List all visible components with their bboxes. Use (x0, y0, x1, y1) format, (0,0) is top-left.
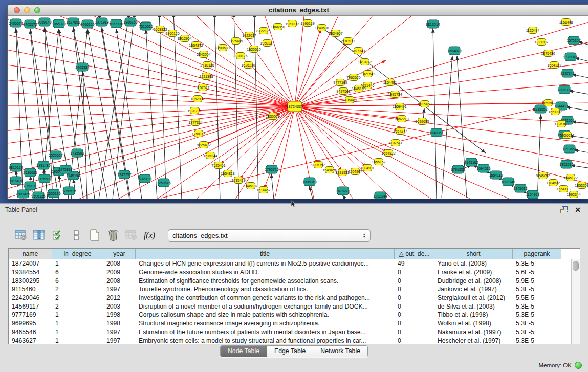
table-cell[interactable]: 0 (395, 336, 434, 344)
table-cell[interactable]: 2003 (103, 302, 136, 311)
graph-node[interactable]: 2069140 (37, 18, 51, 26)
graph-node[interactable]: 1514457 (256, 187, 270, 193)
table-cell[interactable]: 18300295 (9, 276, 52, 285)
graph-node[interactable]: 1095810 (302, 178, 316, 186)
graph-node[interactable]: 1958327 (260, 40, 274, 47)
window-titlebar[interactable]: citations_edges.txt (8, 5, 588, 16)
graph-node[interactable]: 2718126 (200, 62, 214, 69)
graph-node[interactable]: 1654872 (189, 42, 203, 49)
table-cell[interactable]: 9115460 (9, 285, 52, 294)
tab-network-table[interactable]: Network Table (313, 346, 367, 357)
graph-node[interactable]: 1235419 (231, 177, 245, 184)
table-cell[interactable]: 0 (395, 276, 434, 285)
graph-node[interactable]: 1094516 (476, 164, 490, 172)
table-cell[interactable]: Tibbo et al. (1998) (434, 311, 513, 319)
select-column-icon[interactable] (32, 228, 47, 243)
graph-node[interactable]: 1748508 (315, 25, 329, 31)
graph-node[interactable]: 1104522 (547, 180, 560, 186)
table-cell[interactable]: 6 (52, 276, 103, 285)
table-row[interactable]: 969969511998Structural magnetic resonanc… (9, 319, 580, 328)
graph-node[interactable]: 9505135 (31, 192, 45, 199)
column-header-pagerank[interactable]: pagerank (513, 249, 561, 259)
table-cell[interactable]: 1997 (103, 328, 136, 337)
graph-node[interactable]: 2516065 (23, 168, 37, 177)
table-cell[interactable]: 5.9E-5 (513, 276, 561, 285)
table-cell[interactable]: Yano et al. (2008) (434, 259, 513, 268)
graph-node[interactable]: 9725402 (197, 142, 210, 148)
graph-node[interactable]: 1104953 (526, 190, 540, 199)
table-row[interactable]: 1938455462009Genome-wide association stu… (9, 268, 580, 277)
graph-node[interactable]: 3915401 (9, 177, 23, 185)
graph-node[interactable]: 1853208 (575, 182, 588, 189)
graph-node[interactable]: 1804991 (360, 165, 374, 171)
graph-node[interactable]: 9145162 (464, 158, 478, 166)
network-graph[interactable]: 2405574940557220691401065328152760294661… (8, 16, 588, 199)
graph-node[interactable]: 9466160 (80, 20, 94, 28)
graph-node[interactable]: 1527602 (66, 18, 80, 26)
table-cell[interactable]: 9777169 (9, 311, 52, 319)
table-chooser-select[interactable]: citations_edges.txt ▲▼ (168, 229, 371, 242)
graph-node[interactable]: 8912954 (178, 35, 191, 42)
unselect-icon[interactable] (69, 228, 84, 243)
graph-node[interactable]: 9405572 (23, 20, 37, 28)
graph-node[interactable]: 1322017 (242, 32, 256, 39)
table-scrollbar[interactable] (571, 259, 580, 344)
new-table-icon[interactable] (87, 228, 102, 243)
table-cell[interactable]: 2 (52, 302, 103, 311)
graph-node[interactable]: 1125484 (526, 27, 540, 34)
graph-node[interactable]: 1654822 (381, 150, 395, 157)
graph-node[interactable]: 1852902 (190, 96, 204, 102)
table-cell[interactable]: 1997 (103, 285, 136, 294)
graph-node[interactable]: 1775419 (229, 38, 243, 45)
graph-node[interactable]: 9777169 (333, 79, 347, 86)
table-row[interactable]: 946362711997Embryonic stem cells: a mode… (9, 336, 580, 344)
graph-node[interactable]: 1652210 (395, 116, 408, 122)
graph-node[interactable]: 9245012 (513, 184, 527, 192)
graph-node[interactable]: 1654321 (547, 62, 561, 69)
table-cell[interactable]: Embryonic stem cells: a model to study s… (136, 336, 395, 344)
graph-node[interactable]: 1107547 (196, 84, 210, 91)
graph-node[interactable]: 1065328 (52, 19, 66, 28)
graph-node[interactable]: 1250516 (157, 179, 170, 187)
table-cell[interactable]: 9699695 (9, 319, 52, 328)
table-cell[interactable]: Franke et al. (2009) (434, 268, 513, 277)
graph-node[interactable]: 1657277 (393, 128, 407, 135)
graph-node[interactable]: 1645122 (563, 174, 577, 181)
graph-node[interactable]: 2905334 (75, 63, 89, 71)
column-header-year[interactable]: year (103, 249, 136, 259)
graph-node[interactable]: 1659491 (393, 103, 406, 110)
table-cell[interactable]: Genome-wide association studies in ADHD. (136, 268, 395, 277)
table-cell[interactable]: 1 (52, 311, 103, 319)
table-cell[interactable]: Estimation of the future numbers of pati… (136, 328, 395, 337)
table-cell[interactable]: 0 (395, 285, 434, 294)
table-row[interactable]: 2242004622012Investigating the contribut… (9, 294, 580, 302)
table-cell[interactable]: 1998 (103, 319, 136, 328)
scrollbar-thumb[interactable] (573, 261, 579, 271)
table-cell[interactable]: 1997 (103, 336, 136, 344)
table-settings-icon[interactable] (13, 228, 29, 243)
table-cell[interactable]: Estimation of significance thresholds fo… (136, 276, 395, 285)
graph-node[interactable]: 1575107 (567, 36, 580, 45)
graph-node[interactable]: 1151448 (559, 19, 573, 26)
graph-node[interactable]: 1981480 (36, 161, 50, 169)
graph-node[interactable]: 1221397 (534, 39, 548, 46)
table-cell[interactable]: 14569117 (9, 302, 52, 311)
table-cell[interactable]: 5.3E-5 (513, 319, 561, 328)
graph-node[interactable]: 1981425 (16, 190, 30, 198)
table-cell[interactable]: 2 (52, 294, 103, 302)
table-cell[interactable]: Changes of HCN gene expression and I(f) … (136, 259, 395, 268)
graph-node[interactable]: 1197343 (352, 48, 365, 54)
table-cell[interactable]: 5.3E-5 (513, 302, 561, 311)
table-cell[interactable]: 5.3E-5 (513, 328, 561, 337)
graph-node[interactable]: 1655157 (372, 159, 385, 165)
network-canvas[interactable]: 2405574940557220691401065328152760294661… (8, 16, 588, 199)
table-row[interactable]: 946554611997Estimation of the future num… (9, 328, 580, 337)
graph-node[interactable]: 1321641 (361, 71, 375, 77)
graph-node[interactable]: 1795725 (265, 165, 278, 173)
graph-node[interactable]: 7525461 (211, 162, 225, 169)
graph-node[interactable]: 1735992 (70, 149, 84, 157)
table-cell[interactable]: 9463627 (9, 336, 52, 344)
table-cell[interactable]: 5.6E-5 (513, 268, 561, 277)
table-cell[interactable]: 1 (52, 259, 103, 268)
close-panel-icon[interactable]: ✕ (575, 206, 581, 213)
